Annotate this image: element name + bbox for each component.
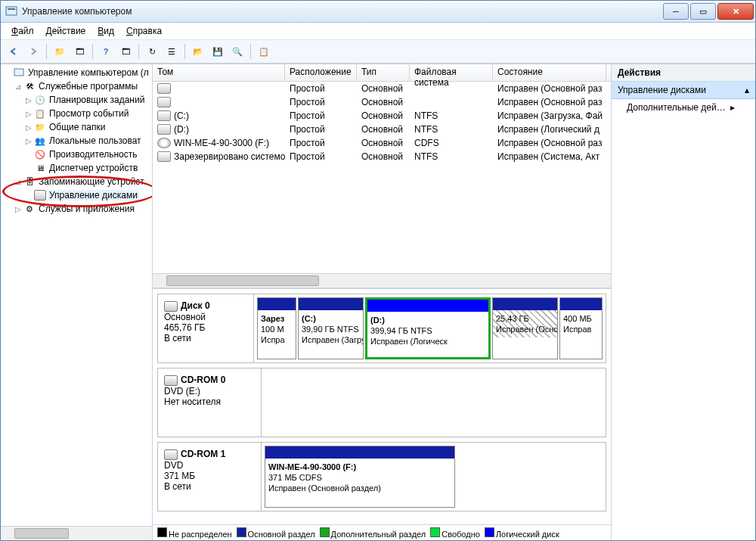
tree-item[interactable]: ⊿🗄Запоминающие устройст <box>1 175 152 188</box>
disk-icon <box>164 449 178 460</box>
disk-icon <box>164 375 178 386</box>
nav-back-button[interactable] <box>5 43 22 60</box>
legend-item: Основной раздел <box>237 527 315 539</box>
search-button[interactable]: 🔍 <box>229 43 246 60</box>
menu-справка[interactable]: Справка <box>122 24 166 38</box>
app-window: Управление компьютером ─ ▭ ✕ ФайлДействи… <box>0 0 756 541</box>
volume-list-header: ТомРасположениеТипФайловая системаСостоя… <box>153 64 611 82</box>
legend-item: Свободно <box>430 527 480 539</box>
disk-info: Диск 0Основной465,76 ГБВ сети <box>158 294 254 362</box>
prop-button[interactable]: 🗔 <box>71 43 88 60</box>
nav-fwd-button[interactable] <box>25 43 42 60</box>
window-title: Управление компьютером <box>22 6 662 17</box>
partition[interactable]: Зарез100 МИспра <box>257 297 296 359</box>
column-header[interactable]: Тип <box>357 64 410 81</box>
tree-icon: 🚫 <box>34 148 46 160</box>
column-header[interactable]: Том <box>153 64 285 81</box>
drive-icon <box>157 124 171 135</box>
tree-item[interactable]: ▷⚙Службы и приложения <box>1 202 152 216</box>
svg-rect-2 <box>14 69 23 76</box>
volume-row[interactable]: ПростойОсновнойИсправен (Основной раз <box>153 82 611 95</box>
actions-pane: Действия Управление дисками ▴ Дополнител… <box>612 64 755 540</box>
disk-info: CD-ROM 1DVD371 МБВ сети <box>158 443 262 511</box>
tree-icon <box>34 189 46 201</box>
tree-item[interactable]: ▷👥Локальные пользоват <box>1 134 152 148</box>
save-button[interactable]: 💾 <box>209 43 226 60</box>
partition[interactable]: (C:)39,90 ГБ NTFSИсправен (Загруз <box>298 297 364 359</box>
client-area: Управление компьютером (л⊿🛠Служебные про… <box>1 64 755 540</box>
menubar: ФайлДействиеВидСправка <box>1 23 755 40</box>
settings-button[interactable]: 📋 <box>256 43 272 60</box>
view-button[interactable]: 🗔 <box>117 43 134 60</box>
actions-selected[interactable]: Управление дисками ▴ <box>612 82 755 99</box>
tree-icon: 📁 <box>34 121 46 133</box>
partition[interactable]: (D:)399,94 ГБ NTFSИсправен (Логическ <box>365 297 491 359</box>
actions-header: Действия <box>612 64 755 82</box>
disk-block: CD-ROM 0DVD (E:)Нет носителя <box>157 368 606 437</box>
tree-icon: 📋 <box>34 107 46 120</box>
legend-item: Логический диск <box>485 527 559 539</box>
tree-item[interactable]: Управление дисками <box>1 188 152 202</box>
tree-item[interactable]: ▷📋Просмотр событий <box>1 107 152 120</box>
app-icon <box>5 5 17 17</box>
drive-icon <box>157 97 171 107</box>
tree-icon: 🕒 <box>34 94 46 106</box>
partition[interactable]: 25,43 ГБИсправен (Осно <box>492 297 558 359</box>
disk-map: Диск 0Основной465,76 ГБВ сетиЗарез100 МИ… <box>153 289 611 524</box>
close-button[interactable]: ✕ <box>717 3 754 20</box>
tree-scrollbar[interactable] <box>1 526 152 540</box>
legend: Не распределенОсновной разделДополнитель… <box>153 524 611 540</box>
column-header[interactable]: Файловая система <box>410 64 493 81</box>
tree-icon: 👥 <box>34 135 46 147</box>
up-button[interactable]: 📁 <box>51 43 68 60</box>
tree-item[interactable]: ▷📁Общие папки <box>1 120 152 134</box>
volume-row[interactable]: (C:)ПростойОсновнойNTFSИсправен (Загрузк… <box>153 109 611 123</box>
column-header[interactable]: Расположение <box>285 64 357 81</box>
refresh-button[interactable]: ↻ <box>144 43 160 60</box>
toolbar: 📁 🗔 ? 🗔 ↻ ☰ 📂 💾 🔍 📋 <box>1 40 755 64</box>
tree-icon: 🖥 <box>34 162 46 174</box>
tree-icon: ⚙ <box>23 203 36 215</box>
disk-info: CD-ROM 0DVD (E:)Нет носителя <box>158 368 262 437</box>
tree-pane: Управление компьютером (л⊿🛠Служебные про… <box>1 64 153 540</box>
svg-rect-0 <box>6 7 17 15</box>
tree-item[interactable]: ▷🕒Планировщик заданий <box>1 93 152 107</box>
center-pane: ТомРасположениеТипФайловая системаСостоя… <box>153 64 612 540</box>
svg-rect-1 <box>8 8 15 10</box>
collapse-icon: ▴ <box>745 85 749 95</box>
drive-icon <box>157 151 171 162</box>
menu-вид[interactable]: Вид <box>93 24 119 38</box>
open-button[interactable]: 📂 <box>190 43 206 60</box>
menu-файл[interactable]: Файл <box>7 24 39 38</box>
drive-icon <box>157 138 171 148</box>
volume-scrollbar[interactable] <box>153 273 611 288</box>
volume-row[interactable]: Зарезервировано системойПростойОсновнойN… <box>153 150 611 163</box>
volume-list: ТомРасположениеТипФайловая системаСостоя… <box>153 64 611 289</box>
volume-row[interactable]: WIN-ME-4-90-3000 (F:)ПростойОсновнойCDFS… <box>153 136 611 150</box>
drive-icon <box>157 83 171 94</box>
list1-button[interactable]: ☰ <box>163 43 180 60</box>
titlebar: Управление компьютером ─ ▭ ✕ <box>1 1 755 23</box>
volume-row[interactable]: (D:)ПростойОсновнойNTFSИсправен (Логичес… <box>153 123 611 136</box>
menu-действие[interactable]: Действие <box>42 24 91 38</box>
maximize-button[interactable]: ▭ <box>690 3 716 20</box>
disk-icon <box>164 301 178 312</box>
tree-icon <box>13 67 25 79</box>
partition[interactable]: 400 МБИсправ <box>559 297 603 359</box>
minimize-button[interactable]: ─ <box>663 3 689 20</box>
drive-icon <box>157 110 171 121</box>
help-button[interactable]: ? <box>98 43 114 60</box>
tree-icon: 🗄 <box>23 176 36 188</box>
tree-item[interactable]: 🖥Диспетчер устройств <box>1 161 152 175</box>
actions-item-more[interactable]: Дополнительные дей… ▸ <box>612 99 755 116</box>
tree-item[interactable]: 🚫Производительность <box>1 148 152 161</box>
volume-row[interactable]: ПростойОсновнойИсправен (Основной раз <box>153 95 611 109</box>
disk-block: CD-ROM 1DVD371 МБВ сетиWIN-ME-4-90-3000 … <box>157 442 606 511</box>
tree-icon: 🛠 <box>23 80 36 92</box>
disk-block: Диск 0Основной465,76 ГБВ сетиЗарез100 МИ… <box>157 294 606 363</box>
tree-item[interactable]: ⊿🛠Служебные программы <box>1 79 152 93</box>
partition[interactable]: WIN-ME-4-90-3000 (F:)371 МБ CDFSИсправен… <box>265 446 455 508</box>
column-header[interactable]: Состояние <box>493 64 606 81</box>
tree-item[interactable]: Управление компьютером (л <box>1 66 152 79</box>
legend-item: Не распределен <box>157 527 232 539</box>
